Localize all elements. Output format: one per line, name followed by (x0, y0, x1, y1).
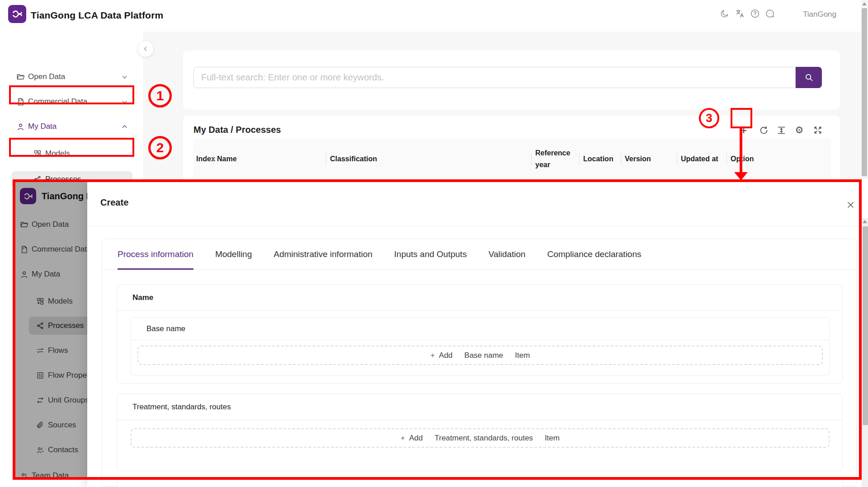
scrollbar-gap (862, 182, 868, 218)
annotation-box-my-data (9, 85, 134, 104)
app-logo-icon (8, 5, 26, 23)
sidebar-item-my-data: My Data (15, 267, 87, 282)
app-title: TianGong LCA Data Platform (31, 10, 163, 21)
settings-gear-icon[interactable]: ⚙ (791, 122, 807, 138)
scrollbar-thumb[interactable] (862, 8, 867, 176)
add-target-label: Base name (464, 351, 503, 360)
column-header-version[interactable]: Version (621, 153, 677, 165)
drawer-title: Create (100, 197, 128, 208)
dimmed-brand: TianGong LC (20, 188, 87, 204)
sidebar: Open Data Commercial Data My Data (0, 32, 144, 179)
plus-icon: + (430, 351, 435, 360)
column-header-reference-year[interactable]: Reference year (532, 147, 580, 171)
column-header-classification[interactable]: Classification (326, 153, 532, 165)
sidebar-item-models: Models (15, 294, 87, 309)
add-label: Add (439, 351, 453, 360)
add-label: Add (409, 434, 423, 443)
plus-icon: + (401, 434, 405, 443)
annotation-frame-bottom (13, 477, 862, 480)
row-height-icon[interactable] (773, 122, 789, 138)
column-header-location[interactable]: Location (580, 153, 621, 165)
sidebar-item-contacts: Contacts (15, 442, 87, 458)
add-treatment-button[interactable]: + Add Treatment, standards, routes Item (131, 428, 830, 448)
breadcrumb: My Data / Processes (193, 125, 281, 135)
scrollbar-bottom-track[interactable] (862, 182, 868, 487)
close-icon[interactable] (841, 196, 859, 214)
user-name[interactable]: TianGong (803, 10, 836, 19)
selected-item-highlight (29, 317, 87, 335)
dark-mode-moon-icon[interactable] (720, 9, 730, 19)
search-icon (804, 73, 814, 82)
sidebar-item-processes: Processes (15, 318, 87, 333)
tab-compliance-declarations[interactable]: Compliance declarations (547, 239, 641, 270)
sidebar-item-unit-groups: Unit Groups (15, 393, 87, 408)
annotation-arrow-line (740, 128, 742, 173)
annotation-step-2: 2 (148, 136, 172, 159)
drawer-header-divider (87, 226, 862, 226)
process-form-card: Process information Modelling Administra… (102, 239, 857, 487)
section-treatment-title: Treatment, standards, routes (117, 394, 842, 420)
refresh-icon[interactable] (755, 122, 772, 138)
sidebar-item-sources: Sources (15, 417, 87, 433)
app-logo-icon (20, 188, 36, 204)
scrollbar-up-arrow[interactable] (862, 2, 867, 5)
dimmed-sidebar: TianGong LC Open Data Commercial Data My… (15, 182, 87, 480)
tab-administrative-information[interactable]: Administrative information (274, 239, 373, 270)
add-item-label: Item (545, 434, 560, 443)
tab-process-information[interactable]: Process information (118, 239, 193, 270)
search-input[interactable] (193, 67, 796, 88)
annotation-step-3: 3 (699, 108, 719, 128)
search-button[interactable] (796, 67, 822, 88)
folder-open-icon (16, 73, 25, 81)
scrollbar-up-arrow[interactable] (863, 220, 867, 223)
section-name: Name Base name + Add Base name Item (117, 284, 843, 384)
form-tabs: Process information Modelling Administra… (102, 239, 856, 270)
section-base-name: Base name + Add Base name Item (131, 317, 830, 376)
section-base-name-title: Base name (131, 318, 829, 340)
scrollbar-thumb[interactable] (863, 226, 868, 425)
create-drawer: Create Process information Modelling Adm… (87, 182, 862, 487)
create-dialog-screenshot: TianGong LC Open Data Commercial Data My… (13, 179, 862, 487)
column-header-name[interactable]: Name (213, 153, 326, 165)
annotation-box-processes (9, 138, 134, 157)
feedback-chat-icon[interactable] (765, 9, 775, 19)
tab-modelling[interactable]: Modelling (215, 239, 252, 270)
add-base-name-button[interactable]: + Add Base name Item (137, 346, 823, 365)
tab-validation[interactable]: Validation (488, 239, 525, 270)
scrollbar-top-track[interactable] (861, 0, 868, 179)
search-card (183, 51, 840, 109)
sidebar-item-open-data[interactable]: Open Data (0, 69, 144, 84)
annotation-frame-top (13, 179, 862, 182)
screen: TianGong LCA Data Platform (0, 0, 868, 487)
app-header: TianGong LCA Data Platform (0, 0, 861, 32)
help-icon[interactable] (750, 9, 760, 19)
brand-text: TianGong LC (42, 191, 87, 201)
column-header-updated-at[interactable]: Updated at (677, 153, 727, 165)
sidebar-item-flow-properties: Flow Propert (15, 368, 87, 383)
column-header-index[interactable]: Index (193, 153, 213, 165)
column-header-option[interactable]: Option (727, 153, 831, 165)
translate-icon[interactable] (735, 9, 745, 19)
annotation-step-1: 1 (148, 84, 172, 108)
section-treatment: Treatment, standards, routes + Add Treat… (117, 393, 843, 471)
sidebar-item-flows: Flows (15, 343, 87, 358)
tab-inputs-and-outputs[interactable]: Inputs and Outputs (394, 239, 467, 270)
add-target-label: Treatment, standards, routes (434, 434, 533, 443)
sidebar-item-my-data[interactable]: My Data (0, 119, 144, 134)
section-name-title: Name (117, 285, 842, 311)
sidebar-item-commercial-data: Commercial Data (15, 242, 87, 257)
person-icon (16, 122, 25, 131)
sidebar-item-label: Open Data (28, 72, 65, 81)
sidebar-item-open-data: Open Data (15, 217, 87, 232)
sidebar-item-label: My Data (28, 122, 57, 131)
add-item-label: Item (515, 351, 530, 360)
sidebar-collapse-button[interactable] (137, 41, 154, 57)
annotation-frame-left (13, 179, 15, 480)
chevron-up-icon (121, 123, 128, 130)
chevron-down-icon (121, 74, 128, 80)
fullscreen-expand-icon[interactable] (810, 122, 826, 138)
annotation-box-create-button (731, 108, 752, 128)
